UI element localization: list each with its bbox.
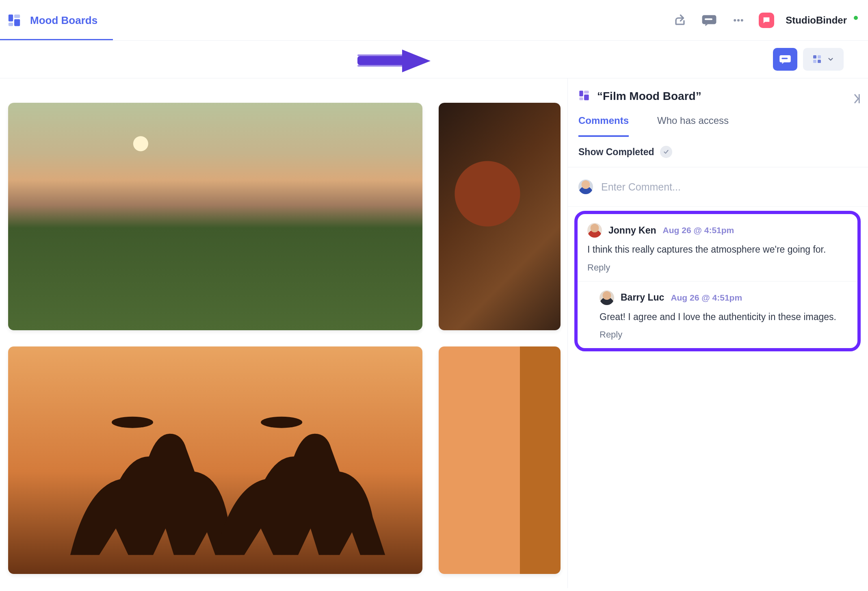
comment-body: Great! I agree and I love the authentici… [600, 310, 848, 324]
show-completed-toggle[interactable]: Show Completed [568, 137, 868, 167]
svg-point-7 [737, 19, 740, 22]
top-actions: StudioBinder [671, 11, 858, 29]
reply-button[interactable]: Reply [587, 262, 848, 273]
reply-button[interactable]: Reply [600, 329, 848, 340]
svg-rect-15 [818, 55, 821, 58]
share-icon[interactable] [671, 11, 689, 29]
more-icon[interactable] [729, 11, 747, 29]
svg-rect-22 [584, 95, 589, 100]
board-canvas [0, 78, 567, 588]
main-area: “Film Mood Board” Comments Who has acces… [0, 78, 868, 588]
top-bar: Mood Boards StudioBin [0, 0, 868, 41]
swatch-color-2 [520, 346, 561, 574]
svg-rect-2 [14, 19, 20, 26]
svg-rect-20 [579, 91, 583, 96]
svg-point-18 [112, 417, 153, 428]
comment-time: Aug 26 @ 4:51pm [663, 225, 734, 235]
svg-rect-21 [584, 91, 589, 93]
comment-input-row [568, 167, 868, 207]
svg-rect-5 [705, 18, 712, 20]
comment-item: Barry Luc Aug 26 @ 4:51pm Great! I agree… [578, 281, 857, 349]
comments-highlight: Jonny Ken Aug 26 @ 4:51pm I think this r… [574, 211, 861, 351]
comments-sidebar: “Film Mood Board” Comments Who has acces… [567, 78, 868, 588]
commenter-avatar [587, 223, 602, 238]
support-chat-icon[interactable] [759, 13, 774, 28]
check-icon [660, 146, 672, 158]
svg-point-6 [734, 19, 736, 22]
svg-rect-23 [579, 97, 583, 100]
comment-input[interactable] [601, 181, 857, 193]
commenter-avatar [600, 290, 614, 305]
mood-image-cowboys[interactable] [8, 346, 422, 574]
svg-point-8 [741, 19, 743, 22]
mood-image-swatch[interactable] [439, 346, 561, 574]
svg-rect-13 [781, 58, 788, 59]
svg-rect-1 [14, 15, 20, 18]
presence-indicator [853, 15, 859, 21]
show-completed-label: Show Completed [578, 147, 654, 158]
page-tab[interactable]: Mood Boards [7, 13, 97, 27]
tab-access[interactable]: Who has access [657, 111, 729, 137]
comment-author: Barry Luc [621, 292, 664, 303]
toggle-comments-button[interactable] [773, 48, 797, 71]
chevron-down-icon [827, 56, 834, 63]
annotation-arrow-icon [353, 45, 443, 79]
layout-select[interactable] [803, 48, 844, 71]
sidebar-title: “Film Mood Board” [597, 90, 701, 103]
svg-rect-9 [357, 56, 406, 65]
tab-comments[interactable]: Comments [578, 111, 629, 137]
svg-rect-16 [813, 60, 816, 63]
svg-rect-0 [9, 15, 13, 22]
svg-point-19 [261, 417, 302, 428]
svg-rect-3 [9, 23, 13, 26]
svg-rect-10 [357, 54, 406, 56]
svg-rect-11 [357, 65, 406, 67]
mood-image-saddle[interactable] [439, 103, 561, 330]
mood-image-desert[interactable] [8, 103, 422, 330]
comment-body: I think this really captures the atmosph… [587, 242, 848, 257]
page-title: Mood Boards [30, 14, 97, 27]
view-toolbar [0, 41, 868, 78]
swatch-color-1 [439, 346, 520, 574]
svg-rect-14 [813, 55, 816, 58]
sidebar-tabs: Comments Who has access [578, 111, 857, 137]
comment-time: Aug 26 @ 4:51pm [671, 293, 742, 303]
svg-rect-17 [818, 60, 821, 63]
comment-item: Jonny Ken Aug 26 @ 4:51pm I think this r… [578, 214, 857, 281]
board-icon [7, 13, 21, 27]
board-icon [578, 90, 590, 103]
comment-panel-icon[interactable] [700, 11, 718, 29]
comment-author: Jonny Ken [608, 225, 656, 236]
collapse-sidebar-button[interactable] [853, 93, 861, 106]
current-user-avatar [578, 180, 593, 194]
brand-name: StudioBinder [786, 15, 847, 26]
